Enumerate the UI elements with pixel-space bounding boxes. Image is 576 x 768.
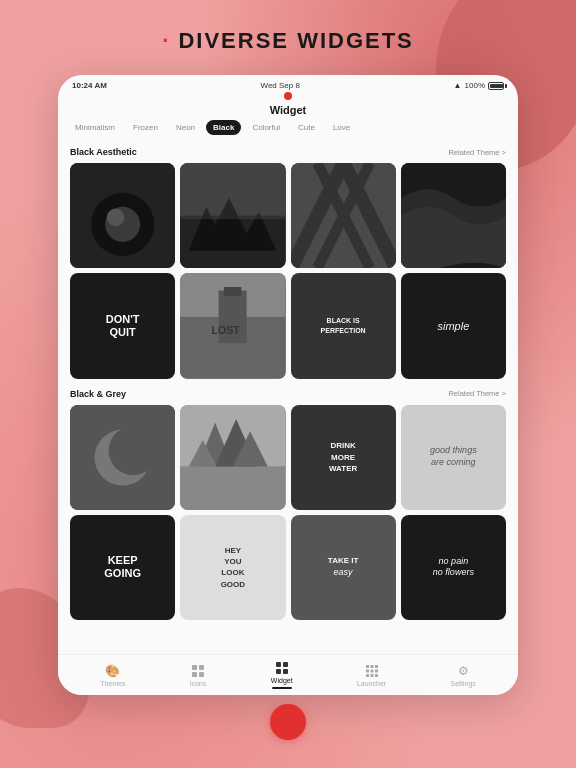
widget-text-keep-going: KEEPGOING — [104, 554, 141, 580]
svg-point-21 — [109, 426, 158, 475]
svg-rect-43 — [370, 674, 373, 677]
photo-forest — [180, 405, 285, 510]
nav-label-widget: Widget — [271, 677, 293, 684]
nav-active-indicator — [272, 687, 292, 689]
svg-rect-40 — [370, 669, 373, 672]
svg-rect-23 — [180, 466, 285, 510]
svg-rect-31 — [199, 672, 204, 677]
svg-rect-44 — [375, 674, 378, 677]
page-title-section: · DIVERSE WIDGETS — [0, 28, 576, 54]
wifi-icon: ▲ — [454, 81, 462, 90]
photo-moon — [70, 405, 175, 510]
svg-rect-42 — [366, 674, 369, 677]
section-black-aesthetic: Black Aesthetic Related Theme > — [70, 147, 506, 379]
tab-minimalism[interactable]: Minimalism — [68, 120, 122, 135]
nav-label-launcher: Launcher — [357, 680, 386, 687]
widget-text-good-things: good thingsare coming — [430, 445, 477, 468]
svg-rect-32 — [276, 662, 281, 667]
photo-art-4 — [401, 163, 506, 268]
nav-item-settings[interactable]: ⚙ Settings — [451, 664, 476, 687]
photo-art-lost: LOST — [180, 273, 285, 378]
tab-cute[interactable]: Cute — [291, 120, 322, 135]
status-bar: 10:24 AM Wed Sep 8 ▲ 100% — [58, 75, 518, 92]
tab-colorful[interactable]: Colorful — [245, 120, 287, 135]
tab-love[interactable]: Love — [326, 120, 357, 135]
battery-label: 100% — [465, 81, 485, 90]
nav-label-settings: Settings — [451, 680, 476, 687]
svg-rect-30 — [192, 672, 197, 677]
page-title: · DIVERSE WIDGETS — [0, 28, 576, 54]
tab-black[interactable]: Black — [206, 120, 241, 135]
widget-text-hey-you: HEYYOULOOKGOOD — [221, 545, 245, 590]
section-black-grey: Black & Grey Related Theme > — [70, 389, 506, 621]
widget-lost[interactable]: LOST — [180, 273, 285, 378]
widget-photo-1[interactable] — [70, 163, 175, 268]
grid-grey-row2: KEEPGOING HEYYOULOOKGOOD TAKE IT easy no… — [70, 515, 506, 620]
bottom-nav: 🎨 Themes Icons Widget Launcher ⚙ Setting… — [58, 654, 518, 695]
widget-drink-water[interactable]: DRINKmoreWATER — [291, 405, 396, 510]
widget-text-take-it: TAKE IT easy — [328, 556, 359, 578]
title-text: DIVERSE WIDGETS — [178, 28, 413, 53]
section-header-2: Black & Grey Related Theme > — [70, 389, 506, 399]
nav-item-launcher[interactable]: Launcher — [357, 664, 386, 687]
status-date: Wed Sep 8 — [261, 81, 300, 90]
widget-text-dont-quit: Don'tquit — [106, 313, 140, 339]
section-title-2: Black & Grey — [70, 389, 126, 399]
widget-photo-3[interactable] — [291, 163, 396, 268]
widget-photo-2[interactable] — [180, 163, 285, 268]
nav-item-widget[interactable]: Widget — [271, 661, 293, 689]
section-link-1[interactable]: Related Theme > — [448, 148, 506, 157]
widget-forest[interactable] — [180, 405, 285, 510]
svg-rect-39 — [366, 669, 369, 672]
screen-title: Widget — [58, 102, 518, 120]
widget-no-pain[interactable]: no painno flowers — [401, 515, 506, 620]
section-link-2[interactable]: Related Theme > — [448, 389, 506, 398]
section-header-1: Black Aesthetic Related Theme > — [70, 147, 506, 157]
widget-moon[interactable] — [70, 405, 175, 510]
content-area: Black Aesthetic Related Theme > — [58, 141, 518, 654]
tab-frozen[interactable]: Frozen — [126, 120, 165, 135]
tab-neon[interactable]: Neon — [169, 120, 202, 135]
icons-icon — [191, 664, 205, 678]
nav-label-themes: Themes — [100, 680, 125, 687]
nav-item-icons[interactable]: Icons — [190, 664, 207, 687]
svg-rect-37 — [370, 665, 373, 668]
grid-black-text: Don'tquit LOST BLACK ISPERFECTION simple — [70, 273, 506, 378]
svg-point-3 — [107, 209, 125, 227]
nav-label-icons: Icons — [190, 680, 207, 687]
widget-simple[interactable]: simple — [401, 273, 506, 378]
widget-text-drink: DRINKmoreWATER — [329, 440, 357, 474]
category-tabs: Minimalism Frozen Neon Black Colorful Cu… — [58, 120, 518, 141]
svg-rect-38 — [375, 665, 378, 668]
bottom-indicator-dot — [270, 704, 306, 740]
battery-icon — [488, 82, 504, 90]
svg-rect-41 — [375, 669, 378, 672]
widget-text-black-is: BLACK ISPERFECTION — [321, 316, 366, 336]
photo-art-1 — [70, 163, 175, 268]
title-dot: · — [162, 28, 170, 53]
svg-text:LOST: LOST — [212, 325, 241, 337]
widget-photo-4[interactable] — [401, 163, 506, 268]
widget-take-it[interactable]: TAKE IT easy — [291, 515, 396, 620]
top-indicator-dot — [284, 92, 292, 100]
widget-dont-quit[interactable]: Don'tquit — [70, 273, 175, 378]
widget-good-things[interactable]: good thingsare coming — [401, 405, 506, 510]
widget-text-no-pain: no painno flowers — [433, 556, 474, 579]
svg-rect-35 — [283, 669, 288, 674]
nav-item-themes[interactable]: 🎨 Themes — [100, 664, 125, 687]
device-frame: 10:24 AM Wed Sep 8 ▲ 100% Widget Minimal… — [58, 75, 518, 695]
themes-icon: 🎨 — [106, 664, 120, 678]
svg-rect-7 — [180, 163, 285, 219]
grid-grey-row1: DRINKmoreWATER good thingsare coming — [70, 405, 506, 510]
grid-black-photos — [70, 163, 506, 268]
svg-rect-34 — [276, 669, 281, 674]
widget-black-is[interactable]: BLACK ISPERFECTION — [291, 273, 396, 378]
widget-nav-icon — [275, 661, 289, 675]
status-time: 10:24 AM — [72, 81, 107, 90]
section-title-1: Black Aesthetic — [70, 147, 137, 157]
svg-rect-28 — [192, 665, 197, 670]
status-icons: ▲ 100% — [454, 81, 504, 90]
svg-rect-33 — [283, 662, 288, 667]
widget-keep-going[interactable]: KEEPGOING — [70, 515, 175, 620]
widget-hey-you[interactable]: HEYYOULOOKGOOD — [180, 515, 285, 620]
